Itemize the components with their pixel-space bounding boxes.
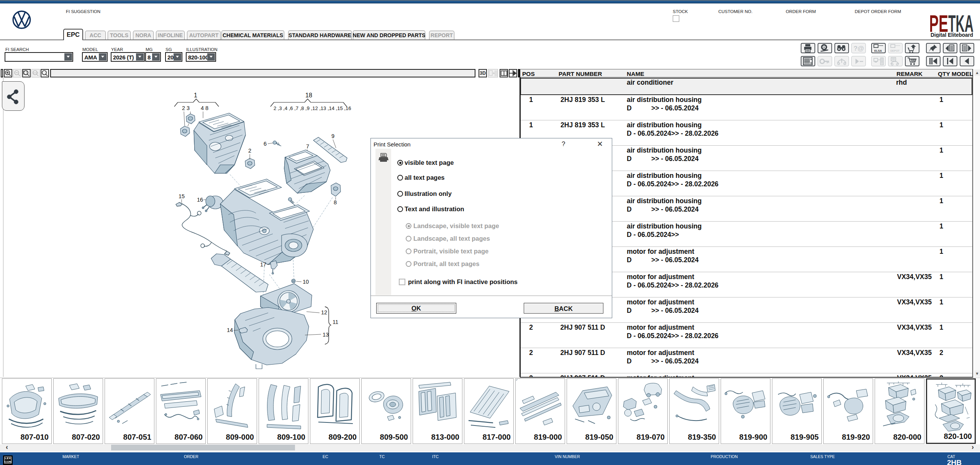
svg-text:100%: 100%	[33, 72, 38, 74]
svg-text:4 8: 4 8	[201, 105, 208, 111]
svg-text:2 ,3 ,4 ,6 ,7 ,8 ,9 ,12 ,13 ,1: 2 ,3 ,4 ,6 ,7 ,8 ,9 ,12 ,13 ,14 ,15 ,16	[274, 105, 351, 111]
svg-text:11: 11	[333, 319, 338, 325]
svg-text:1: 1	[194, 92, 197, 99]
svg-text:Digital Eliteboard: Digital Eliteboard	[931, 31, 973, 38]
svg-text:9: 9	[331, 133, 334, 139]
svg-text:12: 12	[321, 309, 327, 315]
svg-text:16: 16	[197, 197, 203, 203]
svg-text:14: 14	[227, 327, 233, 333]
svg-text:8: 8	[334, 199, 337, 205]
svg-text:2 3: 2 3	[182, 105, 190, 111]
svg-text:6: 6	[264, 141, 267, 147]
svg-text:?@: ?@	[854, 45, 864, 52]
svg-text:ELSA: ELSA	[874, 49, 882, 53]
svg-text:DEPOT: DEPOT	[890, 49, 900, 52]
svg-text:13: 13	[323, 332, 329, 338]
svg-text:18: 18	[305, 92, 312, 99]
svg-text:17: 17	[260, 261, 266, 268]
svg-text:15: 15	[179, 193, 185, 199]
svg-text:2: 2	[248, 148, 251, 154]
svg-text:10: 10	[303, 279, 309, 285]
svg-text:7: 7	[306, 143, 309, 150]
